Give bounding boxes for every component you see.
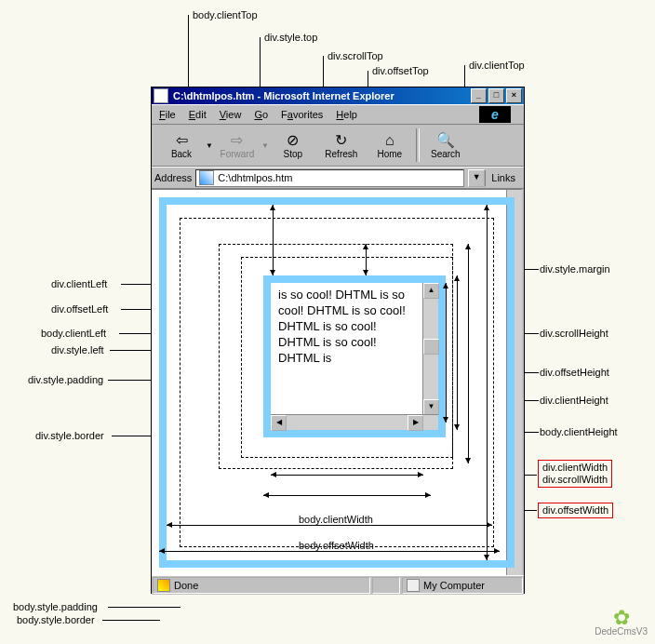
ie-window: C:\dhtmlpos.htm - Microsoft Internet Exp… bbox=[151, 87, 525, 594]
search-icon: 🔍 bbox=[436, 132, 455, 149]
back-arrow-icon: ⇦ bbox=[176, 132, 188, 149]
arrow-div-clientheight bbox=[446, 283, 447, 423]
label-div-clientLeft: div.clientLeft bbox=[51, 278, 107, 289]
redbox-offsetwidth: div.offsetWidth bbox=[538, 503, 613, 518]
document-viewport: is so cool! DHTML is so cool! DHTML is s… bbox=[152, 189, 522, 575]
status-pane bbox=[372, 577, 400, 594]
stop-icon: ⊘ bbox=[287, 132, 299, 149]
label-div-style-padding: div.style.padding bbox=[28, 374, 103, 385]
label-div-offsetTop: div.offsetTop bbox=[372, 65, 429, 76]
label-div-offsetHeight: div.offsetHeight bbox=[540, 367, 609, 378]
arrow-div-clientwidth bbox=[271, 475, 423, 476]
refresh-icon: ↻ bbox=[335, 132, 347, 149]
scroll-down-button[interactable]: ▼ bbox=[423, 399, 439, 415]
watermark: ✿ DedeCmsV3 bbox=[595, 610, 648, 637]
scroll-left-button[interactable]: ◀ bbox=[271, 415, 287, 431]
arrow-body-clientwidth bbox=[167, 525, 492, 526]
minimize-button[interactable]: _ bbox=[471, 88, 487, 103]
toolbar: ⇦ Back ▼ ⇨ Forward ▼ ⊘ Stop ↻ Refresh ⌂ … bbox=[152, 124, 524, 167]
computer-icon bbox=[407, 579, 420, 592]
addressbar: Address C:\dhtmlpos.htm ▼ Links bbox=[152, 167, 524, 189]
label-body-clientTop: body.clientTop bbox=[193, 9, 258, 20]
flower-icon: ✿ bbox=[595, 610, 648, 626]
menu-go[interactable]: Go bbox=[254, 109, 268, 120]
label-body-style-border: body.style.border bbox=[17, 614, 95, 625]
label-body-offsetwidth: body.offsetWidth bbox=[299, 540, 374, 551]
maximize-button[interactable]: □ bbox=[488, 88, 504, 103]
search-button[interactable]: 🔍 Search bbox=[421, 127, 470, 164]
address-value: C:\dhtmlpos.htm bbox=[218, 172, 292, 183]
forward-button[interactable]: ⇨ Forward bbox=[213, 127, 261, 164]
statusbar: Done My Computer bbox=[152, 575, 524, 595]
leader-line bbox=[108, 607, 180, 608]
menu-help[interactable]: Help bbox=[336, 109, 357, 120]
links-button[interactable]: Links bbox=[485, 170, 521, 186]
arrow-div-style-top bbox=[366, 244, 367, 275]
label-div-style-top: div.style.top bbox=[264, 32, 317, 43]
refresh-button[interactable]: ↻ Refresh bbox=[317, 127, 366, 164]
label-body-clientwidth: body.clientWidth bbox=[299, 514, 373, 525]
label-div-style-margin: div.style.margin bbox=[540, 263, 610, 275]
status-zone: My Computer bbox=[402, 577, 523, 594]
label-div-scrollHeight: div.scrollHeight bbox=[540, 328, 608, 339]
menu-file[interactable]: File bbox=[159, 109, 176, 120]
home-icon: ⌂ bbox=[385, 132, 394, 149]
leader-line bbox=[102, 620, 160, 621]
label-body-style-padding: body.style.padding bbox=[13, 601, 98, 612]
scroll-right-button[interactable]: ▶ bbox=[408, 415, 423, 431]
home-button[interactable]: ⌂ Home bbox=[366, 127, 414, 164]
label-div-style-left: div.style.left bbox=[51, 344, 104, 356]
label-div-clientHeight: div.clientHeight bbox=[540, 395, 608, 406]
address-label: Address bbox=[154, 172, 192, 183]
label-div-clientTop: div.clientTop bbox=[469, 60, 525, 71]
arrow-body-clientheight bbox=[487, 205, 488, 560]
scroll-thumb[interactable] bbox=[423, 339, 439, 355]
close-button[interactable]: × bbox=[506, 88, 522, 103]
scroll-up-button[interactable]: ▲ bbox=[423, 283, 439, 299]
div-scrollbar-horizontal[interactable]: ◀ ▶ bbox=[271, 414, 438, 430]
arrow-div-offsetheight bbox=[457, 275, 458, 430]
label-div-scrollTop: div.scrollTop bbox=[328, 50, 383, 61]
stop-button[interactable]: ⊘ Stop bbox=[269, 127, 317, 164]
sample-div: is so cool! DHTML is so cool! DHTML is s… bbox=[263, 275, 446, 437]
address-dropdown-button[interactable]: ▼ bbox=[468, 169, 485, 187]
menu-view[interactable]: View bbox=[220, 109, 242, 120]
menu-favorites[interactable]: Favorites bbox=[281, 109, 323, 120]
div-text-content: is so cool! DHTML is so cool! DHTML is s… bbox=[278, 287, 408, 415]
window-title: C:\dhtmlpos.htm - Microsoft Internet Exp… bbox=[171, 90, 469, 101]
address-field[interactable]: C:\dhtmlpos.htm bbox=[195, 169, 464, 187]
menu-edit[interactable]: Edit bbox=[189, 109, 207, 120]
title-icon bbox=[154, 88, 168, 103]
forward-arrow-icon: ⇨ bbox=[231, 132, 243, 149]
status-done: Done bbox=[153, 577, 370, 594]
arrow-div-scrollheight bbox=[468, 244, 469, 463]
done-icon bbox=[157, 579, 170, 592]
arrow-div-offsetTop bbox=[273, 205, 274, 275]
leader-line bbox=[464, 65, 465, 88]
dropdown-icon[interactable]: ▼ bbox=[261, 141, 269, 150]
div-scrollbar-vertical[interactable]: ▲ ▼ bbox=[422, 283, 438, 415]
titlebar[interactable]: C:\dhtmlpos.htm - Microsoft Internet Exp… bbox=[152, 87, 524, 104]
label-div-offsetLeft: div.offsetLeft bbox=[51, 303, 108, 315]
arrow-div-offsetwidth bbox=[263, 495, 431, 496]
label-div-style-border: div.style.border bbox=[35, 430, 104, 441]
menubar: File Edit View Go Favorites Help e bbox=[152, 104, 524, 124]
redbox-clientwidth-scrollwidth: div.clientWidth div.scrollWidth bbox=[538, 460, 612, 488]
label-body-clientHeight: body.clientHeight bbox=[540, 426, 618, 437]
dropdown-icon[interactable]: ▼ bbox=[206, 141, 213, 150]
back-button[interactable]: ⇦ Back bbox=[157, 127, 206, 164]
label-body-clientLeft: body.clientLeft bbox=[41, 328, 106, 339]
page-icon bbox=[199, 170, 214, 185]
ie-logo-icon: e bbox=[479, 106, 511, 123]
arrow-body-offsetwidth bbox=[159, 551, 500, 552]
toolbar-separator bbox=[416, 128, 420, 162]
